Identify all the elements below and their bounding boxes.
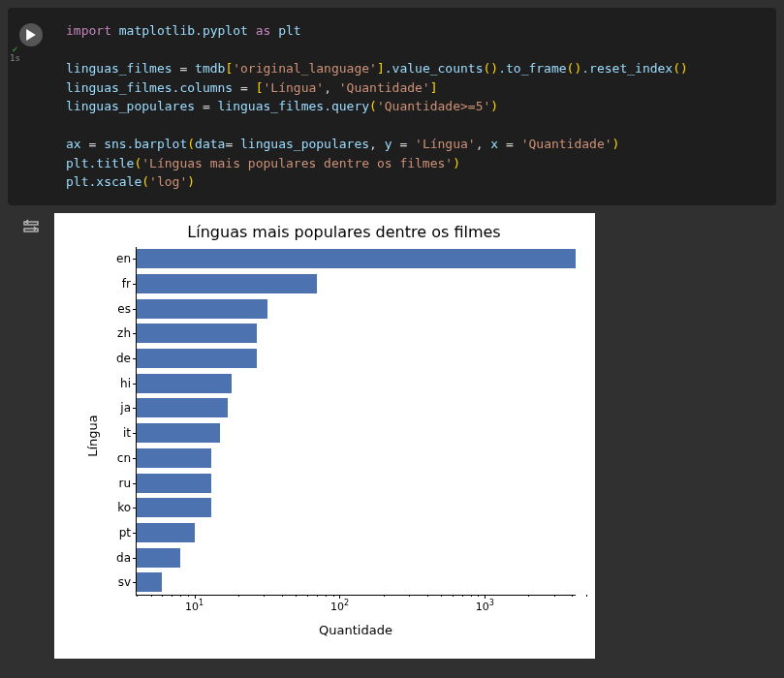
output-toggle-icon[interactable] xyxy=(23,219,39,659)
bar xyxy=(137,572,162,592)
bar xyxy=(137,398,228,417)
y-tick-label: pt xyxy=(119,526,131,539)
bar xyxy=(137,474,211,493)
run-button[interactable] xyxy=(19,23,43,46)
y-tick-label: en xyxy=(116,252,131,265)
y-axis-label: Língua xyxy=(85,415,100,457)
bar-row: de xyxy=(137,346,576,371)
bar xyxy=(137,299,267,319)
bar-row: hi xyxy=(137,371,576,396)
bar xyxy=(137,523,195,542)
bar-row: en xyxy=(137,247,576,272)
x-axis-label: Quantidade xyxy=(136,623,576,637)
y-tick-label: it xyxy=(123,426,131,440)
x-tick-label: 103 xyxy=(476,599,494,613)
bar xyxy=(137,349,257,368)
bar xyxy=(137,374,232,393)
bar xyxy=(137,548,180,568)
y-tick-label: ko xyxy=(117,501,131,514)
bar-row: es xyxy=(137,296,576,322)
bar-row: zh xyxy=(137,322,576,347)
y-tick-label: hi xyxy=(120,377,131,390)
bar-row: sv xyxy=(137,570,576,595)
code-cell: import matplotlib.pyplot as plt linguas_… xyxy=(8,8,776,205)
bar-row: pt xyxy=(137,520,576,545)
bar xyxy=(137,249,576,268)
y-tick-label: zh xyxy=(117,326,131,340)
bar-row: ja xyxy=(137,396,576,421)
y-tick-label: es xyxy=(117,302,131,316)
bar xyxy=(137,498,211,517)
y-tick-label: cn xyxy=(117,451,131,465)
y-tick-label: da xyxy=(116,551,131,565)
y-tick-label: sv xyxy=(118,575,131,589)
bar-row: ru xyxy=(137,471,576,496)
bar xyxy=(137,423,220,443)
chart-output: Línguas mais populares dentre os filmes … xyxy=(54,213,595,659)
bar-row: ko xyxy=(137,495,576,520)
y-tick-label: ja xyxy=(120,401,131,415)
bar xyxy=(137,324,257,343)
y-tick-label: de xyxy=(116,352,131,365)
x-tick-label: 102 xyxy=(330,599,349,613)
y-tick-label: fr xyxy=(122,277,131,291)
bar-row: da xyxy=(137,545,576,570)
exec-time: 1s xyxy=(10,54,20,63)
bar-row: it xyxy=(137,420,576,446)
bar-row: cn xyxy=(137,446,576,471)
x-tick-label: 101 xyxy=(185,599,204,613)
output-area: Línguas mais populares dentre os filmes … xyxy=(8,213,776,659)
bar xyxy=(137,274,317,293)
bar-row: fr xyxy=(137,271,576,296)
bar xyxy=(137,448,211,468)
chart-title: Línguas mais populares dentre os filmes xyxy=(103,223,585,241)
plot-area: enfreszhdehijaitcnrukoptdasv101102103 xyxy=(136,247,576,596)
play-icon xyxy=(25,29,37,41)
y-tick-label: ru xyxy=(118,477,131,490)
code-editor[interactable]: import matplotlib.pyplot as plt linguas_… xyxy=(54,15,776,198)
